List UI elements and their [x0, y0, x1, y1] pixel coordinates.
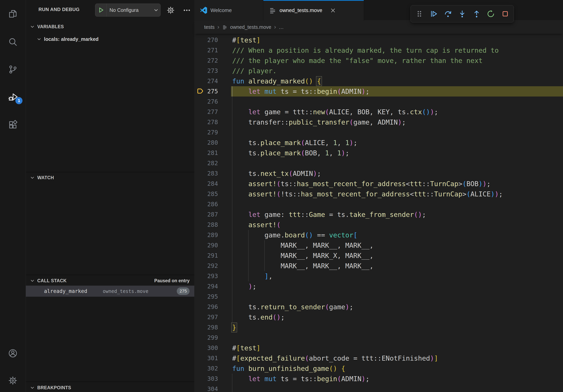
- debug-count-badge: 1: [15, 97, 23, 104]
- activity-bar-item-source-control[interactable]: [0, 64, 26, 75]
- code-line-text: let game: ttt::Game = ts.take_from_sende…: [232, 209, 426, 220]
- activity-bar-item-settings[interactable]: [0, 375, 26, 386]
- code-line: 277 let game = ttt::new(ALICE, BOB, KEY,…: [194, 107, 563, 117]
- code-line-text: /// the player who made the "false" move…: [232, 55, 483, 66]
- vscode-logo-icon: [200, 7, 207, 14]
- code-line: 287 let game: ttt::Game = ts.take_from_s…: [194, 209, 563, 220]
- debug-config-dropdown[interactable]: No Configura: [95, 3, 161, 17]
- line-number: 276: [194, 96, 218, 107]
- tab-owned-tests-move[interactable]: owned_tests.move: [263, 0, 364, 21]
- code-line-text: #[test]: [232, 343, 260, 353]
- code-line-text: assert!(ts::has_most_recent_for_address<…: [232, 179, 491, 189]
- drag-grip[interactable]: [414, 7, 425, 20]
- code-line-text: let game = ttt::new(ALICE, BOB, KEY, ts.…: [232, 107, 438, 117]
- step-out-icon: [473, 10, 481, 18]
- step-out-button[interactable]: [471, 7, 482, 20]
- stop-button[interactable]: [499, 7, 511, 20]
- line-number: 292: [194, 261, 218, 271]
- line-number: 284: [194, 179, 218, 189]
- code-line-text: transfer::public_transfer(game, ADMIN);: [232, 117, 406, 127]
- current-line-marker-icon[interactable]: [197, 88, 204, 95]
- code-line-text: MARK__, MARK__, MARK__,: [232, 261, 373, 271]
- code-line-text: assert!(!ts::has_most_recent_for_address…: [232, 189, 503, 199]
- code-line-text: ts.return_to_sender(game);: [232, 302, 353, 312]
- line-number: 287: [194, 209, 218, 220]
- code-line: 289 game.board() == vector[: [194, 230, 563, 240]
- code-line: 281 ts.place_mark(BOB, 1, 1);: [194, 148, 563, 158]
- line-number: 285: [194, 189, 218, 199]
- move-file-icon: [269, 7, 276, 14]
- code-line-text: ts.end();: [232, 312, 285, 322]
- chevron-down-icon: [30, 24, 35, 29]
- section-divider: [26, 275, 194, 275]
- line-number: 271: [194, 45, 218, 55]
- breadcrumb-item[interactable]: …: [279, 24, 284, 30]
- code-line: 282: [194, 158, 563, 168]
- line-number: 277: [194, 107, 218, 117]
- code-line: 300#[test]: [194, 343, 563, 353]
- chevron-down-icon: [152, 7, 160, 13]
- code-line-text: /// When a position is already marked, t…: [232, 45, 499, 55]
- breadcrumb: tests›owned_tests.move›…: [194, 21, 563, 34]
- code-line: 279: [194, 127, 563, 138]
- variables-section-header[interactable]: VARIABLES: [26, 22, 194, 31]
- search-icon: [8, 37, 18, 47]
- code-line: 270#[test]: [194, 35, 563, 45]
- continue-icon: [430, 10, 437, 18]
- call-stack-frame-row[interactable]: already_marked owned_tests.move 275: [26, 286, 194, 297]
- debug-settings-gear-button[interactable]: [166, 6, 175, 15]
- line-number: 300: [194, 343, 218, 353]
- line-number: 281: [194, 148, 218, 158]
- continue-button[interactable]: [428, 7, 439, 20]
- breakpoints-section-header[interactable]: BREAKPOINTS: [26, 383, 194, 392]
- settings-gear-icon: [8, 376, 18, 385]
- tab-welcome[interactable]: Welcome: [194, 0, 263, 21]
- close-icon[interactable]: [330, 7, 336, 14]
- activity-bar-item-search[interactable]: [0, 36, 26, 48]
- source-control-icon: [8, 65, 18, 74]
- restart-button[interactable]: [485, 7, 497, 20]
- code-line: 304: [194, 384, 563, 392]
- frame-line-badge: 275: [177, 287, 190, 295]
- frame-function-name: already_marked: [44, 288, 87, 295]
- activity-bar-item-explorer[interactable]: [0, 8, 26, 20]
- step-into-button[interactable]: [457, 7, 468, 20]
- watch-section-header[interactable]: WATCH: [26, 173, 194, 182]
- chevron-down-icon: [30, 175, 35, 180]
- watch-section-label: WATCH: [37, 175, 54, 180]
- code-line: 285 assert!(!ts::has_most_recent_for_add…: [194, 189, 563, 199]
- code-line-text: let mut ts = ts::begin(ADMIN);: [232, 374, 370, 384]
- line-number: 290: [194, 240, 218, 250]
- activity-bar-item-run-and-debug[interactable]: 1: [0, 91, 26, 103]
- code-line-text: MARK__, MARK__, MARK__,: [232, 240, 373, 250]
- views-more-actions-button[interactable]: [182, 6, 191, 15]
- line-number: 289: [194, 230, 218, 240]
- locals-scope-row[interactable]: locals: already_marked: [26, 34, 194, 44]
- section-divider: [26, 172, 194, 172]
- code-line: 288 assert!(: [194, 220, 563, 230]
- call-stack-section-header[interactable]: CALL STACK Paused on entry: [26, 276, 194, 285]
- step-over-button[interactable]: [442, 7, 454, 20]
- code-line: 290 MARK__, MARK__, MARK__,: [194, 240, 563, 250]
- breadcrumb-separator-icon: ›: [274, 24, 276, 31]
- line-number: 295: [194, 291, 218, 302]
- start-debugging-play-icon[interactable]: [95, 4, 107, 16]
- tab-label: owned_tests.move: [280, 7, 322, 13]
- stop-icon: [501, 10, 509, 18]
- line-number: 288: [194, 220, 218, 230]
- code-line: 276: [194, 96, 563, 107]
- activity-bar-item-account[interactable]: [0, 347, 26, 359]
- line-number: 273: [194, 66, 218, 76]
- breadcrumb-item[interactable]: owned_tests.move: [230, 24, 271, 30]
- debug-toolbar: [410, 5, 514, 23]
- breadcrumb-item[interactable]: tests: [204, 24, 215, 30]
- code-line-text: MARK__, MARK_X, MARK__,: [232, 250, 373, 261]
- line-number: 298: [194, 322, 218, 333]
- section-divider: [26, 381, 194, 382]
- activity-bar-item-extensions[interactable]: [0, 119, 26, 131]
- code-line-text: /// player.: [232, 66, 277, 76]
- line-number: 301: [194, 353, 218, 363]
- code-line: 291 MARK__, MARK_X, MARK__,: [194, 250, 563, 261]
- code-editor[interactable]: 270#[test]271/// When a position is alre…: [194, 34, 563, 392]
- files-icon: [8, 9, 18, 19]
